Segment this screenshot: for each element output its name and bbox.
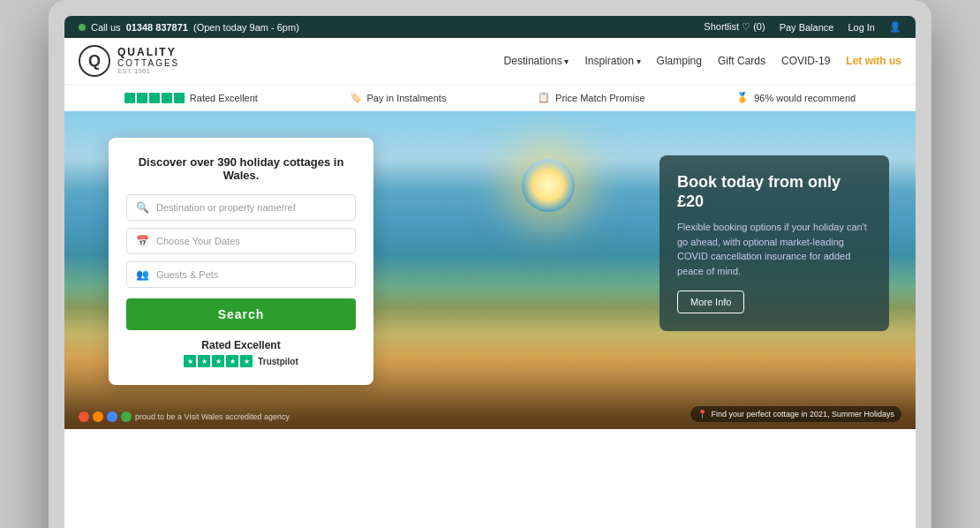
accredited-dot-1: [79, 411, 89, 422]
covid-card: Book today from only £20 Flexible bookin…: [660, 155, 889, 331]
phone-number[interactable]: 01348 837871: [126, 22, 188, 33]
hero-sun: [522, 159, 575, 212]
more-info-button[interactable]: More Info: [677, 290, 744, 313]
tp-star-3: ★: [212, 355, 224, 367]
search-icon: 🔍: [136, 201, 149, 214]
location-text: Find your perfect cottage in 2021, Summe…: [711, 410, 894, 419]
price-match-label: Price Match Promise: [555, 93, 645, 103]
top-bar-left: Call us 01348 837871 (Open today 9am - 6…: [79, 22, 299, 33]
search-card: Discover over 390 holiday cottages in Wa…: [109, 138, 373, 385]
accredited-dot-4: [121, 411, 132, 422]
logo-circle: Q: [79, 45, 110, 77]
phone-hours: (Open today 9am - 6pm): [193, 22, 299, 33]
star-5: [174, 93, 185, 103]
accredited-dot-3: [107, 411, 117, 422]
bottom-bar: proud to be a Visit Wales accredited age…: [64, 406, 916, 429]
covid-description: Flexible booking options if your holiday…: [677, 220, 871, 278]
top-bar: Call us 01348 837871 (Open today 9am - 6…: [64, 16, 916, 38]
pay-instalments-label: Pay in Instalments: [367, 93, 447, 103]
trust-bar: Rated Excellent 🏷️ Pay in Instalments 📋 …: [64, 85, 916, 111]
star-1: [124, 93, 135, 103]
nav-inspiration[interactable]: Inspiration: [584, 55, 640, 67]
online-indicator: [79, 24, 86, 31]
trustpilot-row: ★ ★ ★ ★ ★ Trustpilot: [126, 355, 356, 367]
logo[interactable]: Q QUALITY COTTAGES EST. 1961: [79, 45, 179, 77]
dates-input-wrap[interactable]: 📅 Choose Your Dates: [126, 228, 356, 254]
nav-glamping[interactable]: Glamping: [657, 55, 702, 67]
guests-icon: 👥: [136, 268, 149, 281]
nav-covid[interactable]: COVID-19: [781, 55, 830, 67]
accredited-area: proud to be a Visit Wales accredited age…: [79, 411, 290, 422]
calendar-icon: 📅: [136, 235, 149, 247]
trustpilot-logo: Trustpilot: [258, 357, 298, 366]
hero-section: Discover over 390 holiday cottages in Wa…: [64, 111, 916, 429]
recommend-label: 96% would recommend: [754, 93, 856, 103]
accredited-text: proud to be a Visit Wales accredited age…: [135, 412, 290, 421]
laptop-screen: Call us 01348 837871 (Open today 9am - 6…: [64, 16, 916, 528]
screen-content: Call us 01348 837871 (Open today 9am - 6…: [64, 16, 916, 528]
star-4: [162, 93, 172, 103]
pay-balance-link[interactable]: Pay Balance: [780, 22, 834, 33]
shortlist-link[interactable]: Shortlist ♡ (0): [704, 21, 765, 33]
trust-instalments: 🏷️ Pay in Instalments: [350, 92, 447, 103]
trust-rated: Rated Excellent: [124, 93, 258, 103]
tp-star-1: ★: [184, 355, 196, 367]
guests-input-wrap[interactable]: 👥 Guests & Pets: [126, 261, 356, 288]
rated-area: Rated Excellent ★ ★ ★ ★ ★ Trustpilot: [126, 339, 356, 367]
recommend-icon: 🏅: [736, 92, 749, 103]
star-3: [149, 93, 160, 103]
covid-title: Book today from only £20: [677, 173, 871, 211]
logo-est: EST. 1961: [117, 68, 179, 76]
nav-links: Destinations Inspiration Glamping Gift C…: [504, 55, 901, 67]
search-button[interactable]: Search: [126, 298, 356, 330]
rated-excellent-label: Rated Excellent: [190, 93, 258, 103]
tp-stars: ★ ★ ★ ★ ★: [184, 355, 253, 367]
dates-placeholder: Choose Your Dates: [156, 236, 240, 246]
destination-placeholder: Destination or property name/ref: [156, 202, 296, 213]
location-icon: 📍: [697, 410, 707, 419]
logo-text: QUALITY COTTAGES EST. 1961: [117, 47, 179, 76]
trustpilot-stars: [124, 93, 185, 103]
nav-destinations[interactable]: Destinations: [504, 55, 569, 67]
laptop-frame: Call us 01348 837871 (Open today 9am - 6…: [49, 0, 931, 528]
tp-star-4: ★: [226, 355, 238, 367]
tp-star-2: ★: [198, 355, 210, 367]
rated-excellent-card-label: Rated Excellent: [126, 339, 356, 351]
phone-label: Call us: [91, 22, 121, 33]
trust-price-match: 📋 Price Match Promise: [538, 92, 645, 103]
location-badge: 📍 Find your perfect cottage in 2021, Sum…: [690, 406, 901, 422]
logo-quality: QUALITY: [117, 47, 179, 58]
instalments-icon: 🏷️: [350, 92, 362, 103]
star-2: [137, 93, 147, 103]
main-nav: Q QUALITY COTTAGES EST. 1961 Destination…: [64, 38, 916, 85]
guests-placeholder: Guests & Pets: [156, 269, 218, 280]
trust-recommend: 🏅 96% would recommend: [736, 92, 856, 103]
tp-star-5: ★: [240, 355, 253, 367]
top-bar-right: Shortlist ♡ (0) Pay Balance Log In 👤: [704, 21, 901, 33]
search-card-title: Discover over 390 holiday cottages in Wa…: [126, 155, 356, 182]
nav-let-with-us[interactable]: Let with us: [846, 55, 901, 67]
destination-input-wrap[interactable]: 🔍 Destination or property name/ref: [126, 194, 356, 221]
nav-gift-cards[interactable]: Gift Cards: [718, 55, 765, 67]
accredited-dot-2: [93, 411, 103, 422]
log-in-link[interactable]: Log In: [848, 22, 875, 33]
price-match-icon: 📋: [538, 92, 550, 103]
